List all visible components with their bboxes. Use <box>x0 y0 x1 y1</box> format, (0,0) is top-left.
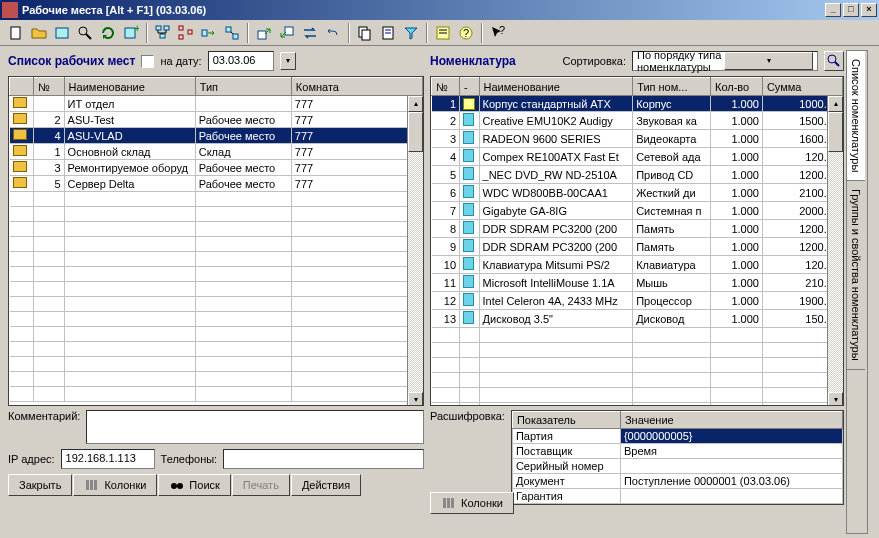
table-row[interactable]: 3Ремонтируемое оборудРабочее место777 <box>10 160 423 176</box>
detail-row[interactable]: ПоставщикВремя <box>512 444 842 459</box>
scroll-thumb[interactable] <box>828 112 843 152</box>
sidetab-nomenclature-list[interactable]: Список номенклатуры <box>847 51 865 181</box>
toolbar-card-icon[interactable] <box>52 23 72 43</box>
comment-input[interactable] <box>86 410 424 444</box>
svg-rect-30 <box>90 480 93 490</box>
col-dash[interactable]: - <box>460 78 479 96</box>
ip-input[interactable]: 192.168.1.113 <box>61 449 155 469</box>
toolbar-tree2-icon[interactable] <box>176 23 196 43</box>
toolbar-refresh-icon[interactable] <box>98 23 118 43</box>
detail-row[interactable]: Серийный номер <box>512 459 842 474</box>
search-button[interactable]: Поиск <box>158 474 230 496</box>
table-row[interactable]: 7Gigabyte GA-8IGСистемная п1.0002000.00 <box>432 202 843 220</box>
table-row[interactable]: 11Microsoft IntelliMouse 1.1AМышь1.00021… <box>432 274 843 292</box>
columns-button[interactable]: Колонки <box>73 474 157 496</box>
col-num[interactable]: № <box>34 78 65 96</box>
detail-row[interactable]: ДокументПоступление 0000001 (03.03.06) <box>512 474 842 489</box>
toolbar-search-icon[interactable] <box>75 23 95 43</box>
scroll-up-icon[interactable]: ▴ <box>828 96 843 112</box>
svg-rect-6 <box>156 26 161 30</box>
tel-input[interactable] <box>223 449 424 469</box>
svg-rect-13 <box>226 27 231 32</box>
details-grid[interactable]: Показатель Значение Партия{0000000005}По… <box>511 410 844 505</box>
sidetab-groups-props[interactable]: Группы и свойства номенклатуры <box>847 181 865 370</box>
right-scrollbar[interactable]: ▴ ▾ <box>827 96 843 405</box>
actions-button[interactable]: Действия <box>291 474 361 496</box>
table-row[interactable]: 12Intel Celeron 4A, 2433 MHzПроцессор1.0… <box>432 292 843 310</box>
right-columns-button[interactable]: Колонки <box>430 492 514 514</box>
table-row[interactable]: 6WDC WD800BB-00CAA1Жесткий ди1.0002100.0… <box>432 184 843 202</box>
left-scrollbar[interactable]: ▴ ▾ <box>407 96 423 405</box>
table-row[interactable]: 5_NEC DVD_RW ND-2510AПривод CD1.0001200.… <box>432 166 843 184</box>
det-col-key[interactable]: Показатель <box>512 412 620 429</box>
toolbar-move-icon[interactable] <box>199 23 219 43</box>
toolbar-pointer-help-icon[interactable]: ? <box>488 23 508 43</box>
scroll-thumb[interactable] <box>408 112 423 152</box>
ip-label: IP адрес: <box>8 453 55 465</box>
table-row[interactable]: 3RADEON 9600 SERIESВидеокарта1.0001600.0… <box>432 130 843 148</box>
toolbar-new-icon[interactable] <box>6 23 26 43</box>
svg-rect-38 <box>451 498 454 508</box>
col-name[interactable]: Наименование <box>479 78 633 96</box>
col-name[interactable]: Наименование <box>64 78 195 96</box>
toolbar-import-icon[interactable] <box>277 23 297 43</box>
det-col-val[interactable]: Значение <box>620 412 842 429</box>
table-row[interactable]: 2ASU-TestРабочее место777 <box>10 112 423 128</box>
toolbar-folder-icon[interactable] <box>29 23 49 43</box>
binoculars-icon <box>169 477 185 493</box>
minimize-button[interactable]: _ <box>825 3 841 17</box>
date-input[interactable]: 03.03.06 <box>208 51 274 71</box>
table-row[interactable]: 4Compex RE100ATX Fast EtСетевой ада1.000… <box>432 148 843 166</box>
close-button[interactable]: Закрыть <box>8 474 72 496</box>
col-sum[interactable]: Сумма <box>762 78 842 96</box>
toolbar-copy-icon[interactable] <box>355 23 375 43</box>
nomenclature-grid[interactable]: № - Наименование Тип ном... Кол-во Сумма… <box>430 76 844 406</box>
table-row[interactable]: 4ASU-VLADРабочее место777 <box>10 128 423 144</box>
table-row[interactable]: 1Основной складСклад777 <box>10 144 423 160</box>
workplaces-grid[interactable]: № Наименование Тип Комната ИТ отдел7772A… <box>8 76 424 406</box>
table-row[interactable]: 9DDR SDRAM PC3200 (200Память1.0001200.00 <box>432 238 843 256</box>
svg-point-32 <box>171 483 177 489</box>
toolbar-add-icon[interactable]: + <box>121 23 141 43</box>
scroll-down-icon[interactable]: ▾ <box>828 392 843 406</box>
col-num[interactable]: № <box>432 78 460 96</box>
toolbar-link-icon[interactable] <box>222 23 242 43</box>
svg-rect-36 <box>443 498 446 508</box>
toolbar-settings-icon[interactable] <box>433 23 453 43</box>
sort-config-button[interactable] <box>824 51 844 71</box>
table-row[interactable]: 8DDR SDRAM PC3200 (200Память1.0001200.00 <box>432 220 843 238</box>
table-row[interactable]: 1+Корпус стандартный ATXКорпус1.0001000.… <box>432 96 843 112</box>
toolbar-undo-icon[interactable] <box>323 23 343 43</box>
dropdown-icon[interactable]: ▾ <box>724 52 813 70</box>
table-row[interactable]: 5Сервер DeltaРабочее место777 <box>10 176 423 192</box>
detail-row[interactable]: Партия{0000000005} <box>512 429 842 444</box>
folder-icon <box>13 129 27 140</box>
folder-icon <box>13 113 27 124</box>
col-type[interactable]: Тип <box>195 78 291 96</box>
table-row[interactable]: 13Дисковод 3.5"Дисковод1.000150.00 <box>432 310 843 328</box>
table-row[interactable]: 2Creative EMU10K2 AudigyЗвуковая ка1.000… <box>432 112 843 130</box>
col-icon[interactable] <box>10 78 34 96</box>
sort-dropdown[interactable]: По порядку типа номенклатуры ▾ <box>632 51 818 71</box>
toolbar-export-icon[interactable] <box>254 23 274 43</box>
toolbar-tree-icon[interactable] <box>153 23 173 43</box>
close-button[interactable]: × <box>861 3 877 17</box>
scroll-up-icon[interactable]: ▴ <box>408 96 423 112</box>
col-type[interactable]: Тип ном... <box>633 78 711 96</box>
toolbar-doc-icon[interactable] <box>378 23 398 43</box>
col-room[interactable]: Комната <box>291 78 422 96</box>
print-button[interactable]: Печать <box>232 474 290 496</box>
decode-label: Расшифровка: <box>430 410 505 422</box>
date-dropdown-button[interactable]: ▾ <box>280 52 296 70</box>
table-row[interactable]: ИТ отдел777 <box>10 96 423 112</box>
maximize-button[interactable]: □ <box>843 3 859 17</box>
toolbar-filter-icon[interactable] <box>401 23 421 43</box>
ondate-checkbox[interactable] <box>141 55 154 68</box>
scroll-down-icon[interactable]: ▾ <box>408 392 423 406</box>
col-qty[interactable]: Кол-во <box>711 78 763 96</box>
table-row[interactable]: 10Клавиатура Mitsumi PS/2Клавиатура1.000… <box>432 256 843 274</box>
window-title: Рабочие места [Alt + F1] (03.03.06) <box>22 4 825 16</box>
doc-icon <box>463 221 474 234</box>
toolbar-transfer-icon[interactable] <box>300 23 320 43</box>
toolbar-help-icon[interactable]: ? <box>456 23 476 43</box>
